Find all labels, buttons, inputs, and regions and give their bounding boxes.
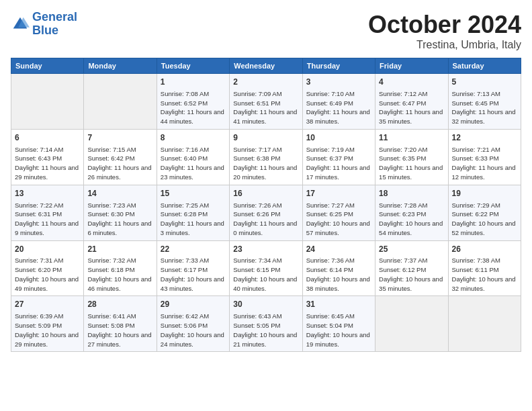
day-number: 5: [452, 77, 517, 88]
calendar-week-row: 1Sunrise: 7:08 AM Sunset: 6:52 PM Daylig…: [11, 74, 521, 130]
calendar-cell: 13Sunrise: 7:22 AM Sunset: 6:31 PM Dayli…: [11, 185, 84, 240]
day-header-saturday: Saturday: [448, 58, 521, 74]
day-number: 9: [233, 132, 298, 144]
calendar-cell: 11Sunrise: 7:20 AM Sunset: 6:35 PM Dayli…: [375, 129, 448, 185]
day-number: 23: [233, 244, 298, 255]
day-number: 17: [306, 188, 371, 199]
day-info: Sunrise: 7:32 AM Sunset: 6:18 PM Dayligh…: [87, 256, 152, 293]
calendar-cell: 8Sunrise: 7:16 AM Sunset: 6:40 PM Daylig…: [157, 129, 229, 185]
day-number: 11: [379, 132, 444, 144]
calendar-cell: 1Sunrise: 7:08 AM Sunset: 6:52 PM Daylig…: [157, 74, 229, 130]
day-info: Sunrise: 6:45 AM Sunset: 5:04 PM Dayligh…: [306, 312, 371, 349]
calendar-cell: 29Sunrise: 6:42 AM Sunset: 5:06 PM Dayli…: [157, 296, 229, 352]
day-info: Sunrise: 7:21 AM Sunset: 6:33 PM Dayligh…: [452, 145, 517, 182]
day-info: Sunrise: 7:25 AM Sunset: 6:28 PM Dayligh…: [161, 201, 226, 238]
calendar-week-row: 20Sunrise: 7:31 AM Sunset: 6:20 PM Dayli…: [11, 240, 521, 296]
calendar-cell: 27Sunrise: 6:39 AM Sunset: 5:09 PM Dayli…: [11, 296, 84, 352]
calendar-cell: 19Sunrise: 7:29 AM Sunset: 6:22 PM Dayli…: [448, 185, 521, 240]
logo: General Blue: [11, 11, 77, 38]
day-info: Sunrise: 7:22 AM Sunset: 6:31 PM Dayligh…: [15, 201, 80, 238]
location: Trestina, Umbria, Italy: [368, 39, 521, 51]
day-info: Sunrise: 7:23 AM Sunset: 6:30 PM Dayligh…: [87, 201, 152, 238]
calendar-cell: 5Sunrise: 7:13 AM Sunset: 6:45 PM Daylig…: [448, 74, 521, 130]
day-number: 26: [452, 244, 517, 255]
day-number: 18: [379, 188, 444, 199]
day-info: Sunrise: 7:26 AM Sunset: 6:26 PM Dayligh…: [233, 201, 298, 238]
day-number: 6: [15, 132, 80, 144]
day-number: 7: [87, 132, 152, 144]
calendar-cell: 20Sunrise: 7:31 AM Sunset: 6:20 PM Dayli…: [11, 240, 84, 296]
day-info: Sunrise: 7:09 AM Sunset: 6:51 PM Dayligh…: [233, 89, 298, 126]
day-info: Sunrise: 7:10 AM Sunset: 6:49 PM Dayligh…: [306, 89, 371, 126]
calendar-cell: 31Sunrise: 6:45 AM Sunset: 5:04 PM Dayli…: [302, 296, 375, 352]
day-info: Sunrise: 7:08 AM Sunset: 6:52 PM Dayligh…: [161, 89, 226, 126]
day-info: Sunrise: 6:43 AM Sunset: 5:05 PM Dayligh…: [233, 312, 298, 349]
day-info: Sunrise: 7:36 AM Sunset: 6:14 PM Dayligh…: [306, 256, 371, 293]
day-number: 12: [452, 132, 517, 144]
day-info: Sunrise: 7:15 AM Sunset: 6:42 PM Dayligh…: [87, 145, 152, 182]
calendar-cell: 28Sunrise: 6:41 AM Sunset: 5:08 PM Dayli…: [84, 296, 157, 352]
day-info: Sunrise: 7:16 AM Sunset: 6:40 PM Dayligh…: [161, 145, 226, 182]
logo-text: General Blue: [32, 11, 77, 38]
day-number: 10: [306, 132, 371, 144]
calendar-cell: 14Sunrise: 7:23 AM Sunset: 6:30 PM Dayli…: [84, 185, 157, 240]
calendar-table: SundayMondayTuesdayWednesdayThursdayFrid…: [11, 58, 521, 352]
day-number: 13: [15, 188, 80, 199]
day-number: 28: [87, 299, 152, 310]
day-info: Sunrise: 7:37 AM Sunset: 6:12 PM Dayligh…: [379, 256, 444, 293]
page-header: General Blue October 2024 Trestina, Umbr…: [11, 11, 521, 51]
calendar-cell: 26Sunrise: 7:38 AM Sunset: 6:11 PM Dayli…: [448, 240, 521, 296]
day-number: 2: [233, 77, 298, 88]
day-info: Sunrise: 7:29 AM Sunset: 6:22 PM Dayligh…: [452, 201, 517, 238]
day-info: Sunrise: 7:34 AM Sunset: 6:15 PM Dayligh…: [233, 256, 298, 293]
calendar-cell: 30Sunrise: 6:43 AM Sunset: 5:05 PM Dayli…: [230, 296, 302, 352]
calendar-cell: 12Sunrise: 7:21 AM Sunset: 6:33 PM Dayli…: [448, 129, 521, 185]
calendar-cell: 2Sunrise: 7:09 AM Sunset: 6:51 PM Daylig…: [230, 74, 302, 130]
calendar-week-row: 13Sunrise: 7:22 AM Sunset: 6:31 PM Dayli…: [11, 185, 521, 240]
title-block: October 2024 Trestina, Umbria, Italy: [368, 11, 521, 51]
calendar-cell: 4Sunrise: 7:12 AM Sunset: 6:47 PM Daylig…: [375, 74, 448, 130]
calendar-cell: 21Sunrise: 7:32 AM Sunset: 6:18 PM Dayli…: [84, 240, 157, 296]
day-number: 19: [452, 188, 517, 199]
calendar-cell: [448, 296, 521, 352]
day-info: Sunrise: 7:27 AM Sunset: 6:25 PM Dayligh…: [306, 201, 371, 238]
day-number: 4: [379, 77, 444, 88]
day-header-sunday: Sunday: [11, 58, 84, 74]
day-number: 31: [306, 299, 371, 310]
calendar-cell: 24Sunrise: 7:36 AM Sunset: 6:14 PM Dayli…: [302, 240, 375, 296]
day-info: Sunrise: 7:20 AM Sunset: 6:35 PM Dayligh…: [379, 145, 444, 182]
day-number: 24: [306, 244, 371, 255]
day-number: 3: [306, 77, 371, 88]
day-number: 25: [379, 244, 444, 255]
day-header-monday: Monday: [84, 58, 157, 74]
calendar-cell: 17Sunrise: 7:27 AM Sunset: 6:25 PM Dayli…: [302, 185, 375, 240]
day-info: Sunrise: 7:17 AM Sunset: 6:38 PM Dayligh…: [233, 145, 298, 182]
day-info: Sunrise: 7:38 AM Sunset: 6:11 PM Dayligh…: [452, 256, 517, 293]
calendar-cell: 7Sunrise: 7:15 AM Sunset: 6:42 PM Daylig…: [84, 129, 157, 185]
day-header-wednesday: Wednesday: [230, 58, 302, 74]
day-number: 1: [161, 77, 226, 88]
calendar-cell: 15Sunrise: 7:25 AM Sunset: 6:28 PM Dayli…: [157, 185, 229, 240]
day-number: 20: [15, 244, 80, 255]
calendar-cell: [84, 74, 157, 130]
logo-icon: [11, 15, 30, 34]
calendar-cell: 25Sunrise: 7:37 AM Sunset: 6:12 PM Dayli…: [375, 240, 448, 296]
day-info: Sunrise: 6:41 AM Sunset: 5:08 PM Dayligh…: [87, 312, 152, 349]
calendar-cell: [11, 74, 84, 130]
day-info: Sunrise: 7:33 AM Sunset: 6:17 PM Dayligh…: [161, 256, 226, 293]
calendar-cell: 22Sunrise: 7:33 AM Sunset: 6:17 PM Dayli…: [157, 240, 229, 296]
day-number: 16: [233, 188, 298, 199]
day-number: 22: [161, 244, 226, 255]
day-number: 8: [161, 132, 226, 144]
calendar-cell: 3Sunrise: 7:10 AM Sunset: 6:49 PM Daylig…: [302, 74, 375, 130]
day-number: 21: [87, 244, 152, 255]
day-number: 29: [161, 299, 226, 310]
month-title: October 2024: [368, 11, 521, 39]
day-number: 14: [87, 188, 152, 199]
day-number: 15: [161, 188, 226, 199]
calendar-cell: [375, 296, 448, 352]
calendar-header-row: SundayMondayTuesdayWednesdayThursdayFrid…: [11, 58, 521, 74]
calendar-cell: 6Sunrise: 7:14 AM Sunset: 6:43 PM Daylig…: [11, 129, 84, 185]
day-info: Sunrise: 6:42 AM Sunset: 5:06 PM Dayligh…: [161, 312, 226, 349]
day-number: 30: [233, 299, 298, 310]
